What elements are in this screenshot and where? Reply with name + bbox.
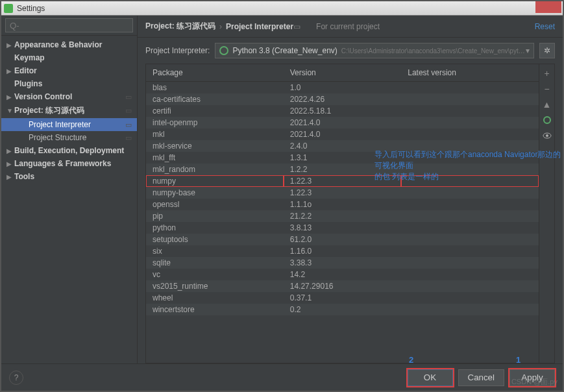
content-panel: Project: 练习源代码 › Project Interpreter ▭ F… <box>138 16 563 363</box>
cell-version: 61.2.0 <box>284 234 402 245</box>
dialog-footer: ? OK Cancel Apply <box>1 363 563 391</box>
scope-indicator-icon: ▭ <box>125 134 132 142</box>
table-row[interactable]: sqlite3.38.3 <box>146 257 539 269</box>
interpreter-path: C:\Users\Administrator\anaconda3\envs\Cr… <box>341 47 526 55</box>
package-tools: + − ▲ <box>539 64 554 363</box>
sidebar-item-10[interactable]: ▶Tools <box>1 170 137 183</box>
table-row[interactable]: pip21.2.2 <box>146 210 539 222</box>
cell-version: 1.1.1o <box>284 199 402 210</box>
cell-latest <box>401 93 539 105</box>
table-row[interactable]: vc14.2 <box>146 269 539 280</box>
cell-package: ca-certificates <box>146 93 284 105</box>
table-row[interactable]: blas1.0 <box>146 82 539 94</box>
table-row[interactable]: numpy1.22.3 <box>146 175 539 187</box>
upgrade-package-button[interactable]: ▲ <box>541 98 554 111</box>
svg-point-2 <box>546 134 548 137</box>
cell-latest <box>401 140 539 152</box>
sidebar-item-4[interactable]: ▶Version Control▭ <box>1 90 137 103</box>
sidebar-item-6[interactable]: Project Interpreter▭ <box>1 118 137 131</box>
cell-latest <box>401 280 539 292</box>
refresh-icon <box>543 116 552 125</box>
table-row[interactable]: mkl_random1.2.2 <box>146 164 539 175</box>
table-row[interactable]: vs2015_runtime14.27.29016 <box>146 280 539 292</box>
sidebar-item-label: Tools <box>14 172 132 181</box>
cell-latest <box>401 292 539 304</box>
cell-version: 2021.4.0 <box>284 117 402 129</box>
col-package[interactable]: Package <box>146 64 284 82</box>
cell-package: mkl <box>146 129 284 140</box>
cell-latest <box>401 129 539 140</box>
gear-button[interactable]: ✲ <box>539 43 555 58</box>
table-row[interactable]: openssl1.1.1o <box>146 199 539 210</box>
show-early-releases-button[interactable] <box>541 129 554 142</box>
sidebar-item-9[interactable]: ▶Languages & Frameworks <box>1 157 137 170</box>
table-row[interactable]: numpy-base1.22.3 <box>146 187 539 199</box>
cell-version: 2021.4.0 <box>284 129 402 140</box>
table-row[interactable]: wincertstore0.2 <box>146 304 539 315</box>
scope-hint: For current project <box>316 22 380 31</box>
cell-package: blas <box>146 82 284 94</box>
tree-arrow-icon: ▶ <box>6 173 14 180</box>
refresh-button[interactable] <box>541 114 554 127</box>
cell-package: mkl_random <box>146 164 284 175</box>
cancel-button[interactable]: Cancel <box>458 369 505 386</box>
breadcrumb-part1: Project: 练习源代码 <box>145 21 215 32</box>
cell-latest <box>401 245 539 257</box>
table-row[interactable]: wheel0.37.1 <box>146 292 539 304</box>
scope-indicator-icon: ▭ <box>125 106 132 115</box>
table-row[interactable]: mkl2021.4.0 <box>146 129 539 140</box>
cell-version: 2.4.0 <box>284 140 402 152</box>
sidebar-item-8[interactable]: ▶Build, Execution, Deployment <box>1 144 137 157</box>
window-titlebar: Settings <box>1 1 563 16</box>
sidebar-item-label: Project: 练习源代码 <box>14 105 125 116</box>
sidebar-item-7[interactable]: Project Structure▭ <box>1 131 137 144</box>
table-row[interactable]: setuptools61.2.0 <box>146 234 539 245</box>
cell-latest <box>401 105 539 117</box>
col-version[interactable]: Version <box>284 64 402 82</box>
table-row[interactable]: mkl_fft1.3.1 <box>146 152 539 164</box>
cell-version: 0.37.1 <box>284 292 402 304</box>
ok-button[interactable]: OK <box>408 369 453 386</box>
table-row[interactable]: python3.8.13 <box>146 222 539 234</box>
cell-latest <box>401 304 539 315</box>
cell-package: vc <box>146 269 284 280</box>
search-input[interactable] <box>5 18 133 32</box>
gear-icon: ✲ <box>544 46 550 55</box>
remove-package-button[interactable]: − <box>541 82 554 95</box>
cell-version: 14.27.29016 <box>284 280 402 292</box>
interpreter-dropdown[interactable]: Python 3.8 (Create_New_env) C:\Users\Adm… <box>215 43 534 58</box>
table-row[interactable]: six1.16.0 <box>146 245 539 257</box>
help-button[interactable]: ? <box>9 371 23 385</box>
reset-link[interactable]: Reset <box>535 22 555 31</box>
table-row[interactable]: ca-certificates2022.4.26 <box>146 93 539 105</box>
close-button[interactable] <box>535 1 561 13</box>
table-row[interactable]: mkl-service2.4.0 <box>146 140 539 152</box>
table-row[interactable]: intel-openmp2021.4.0 <box>146 117 539 129</box>
svg-point-0 <box>544 117 550 123</box>
cell-latest <box>401 187 539 199</box>
cell-latest <box>401 82 539 94</box>
table-row[interactable]: certifi2022.5.18.1 <box>146 105 539 117</box>
col-latest[interactable]: Latest version <box>401 64 539 82</box>
packages-table: Package Version Latest version blas1.0ca… <box>146 64 539 315</box>
sidebar-item-3[interactable]: Plugins <box>1 77 137 90</box>
cell-package: certifi <box>146 105 284 117</box>
cell-package: sqlite <box>146 257 284 269</box>
tree-arrow-icon: ▶ <box>6 93 14 101</box>
sidebar-item-1[interactable]: Keymap <box>1 51 137 64</box>
sidebar-item-0[interactable]: ▶Appearance & Behavior <box>1 38 137 51</box>
tree-arrow-icon: ▶ <box>6 67 14 75</box>
cell-package: setuptools <box>146 234 284 245</box>
cell-package: python <box>146 222 284 234</box>
sidebar-item-label: Keymap <box>14 53 132 62</box>
cell-package: wincertstore <box>146 304 284 315</box>
cell-package: vs2015_runtime <box>146 280 284 292</box>
add-package-button[interactable]: + <box>541 67 554 80</box>
cell-latest <box>401 117 539 129</box>
sidebar-item-2[interactable]: ▶Editor <box>1 64 137 77</box>
cell-package: openssl <box>146 199 284 210</box>
sidebar-item-label: Editor <box>14 66 132 75</box>
sidebar-item-5[interactable]: ▼Project: 练习源代码▭ <box>1 103 137 118</box>
cell-latest <box>401 234 539 245</box>
app-icon <box>4 4 13 13</box>
